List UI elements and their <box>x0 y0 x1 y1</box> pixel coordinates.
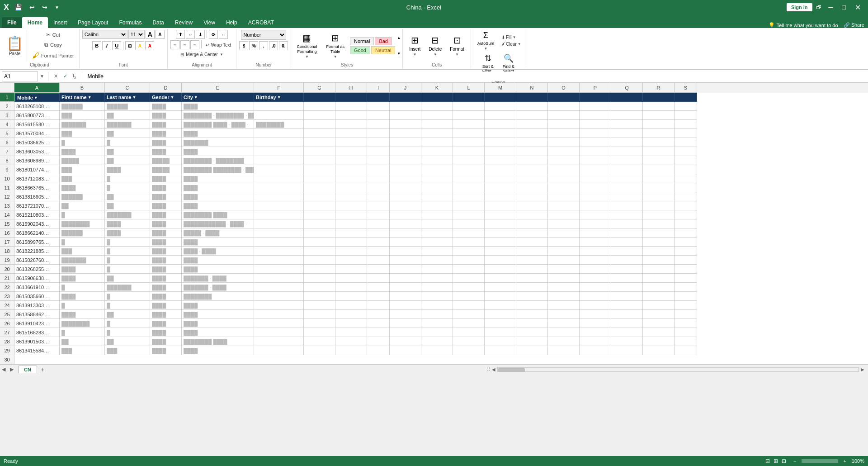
cell-12-J[interactable] <box>390 192 421 201</box>
cell-17-R[interactable] <box>643 238 675 247</box>
page-layout-view-button[interactable]: ⊞ <box>774 458 778 464</box>
cell-24-L[interactable] <box>453 301 485 310</box>
cell-29-N[interactable] <box>516 346 548 355</box>
cell-3-S[interactable] <box>675 111 697 120</box>
cell-25-R[interactable] <box>643 310 675 319</box>
cell-21-D[interactable]: ████ <box>150 274 182 283</box>
cancel-formula-button[interactable]: ✕ <box>54 73 58 79</box>
cell-16-M[interactable] <box>485 228 516 238</box>
cell-6-O[interactable] <box>548 138 580 147</box>
cell-24-M[interactable] <box>485 301 516 310</box>
col-header-N[interactable]: N <box>516 83 548 93</box>
cell-18-R[interactable] <box>643 247 675 256</box>
col-header-A[interactable]: A <box>14 83 60 93</box>
cell-2-A[interactable]: 8618265108… <box>14 102 60 111</box>
cell-15-G[interactable] <box>304 219 335 228</box>
cell-21-Q[interactable] <box>611 274 643 283</box>
tab-home[interactable]: Home <box>22 17 48 28</box>
cell-5-R[interactable] <box>643 129 675 138</box>
cell-6-E[interactable]: ███████ <box>182 138 254 147</box>
cell-24-C[interactable]: █ <box>105 301 150 310</box>
cell-1-F[interactable]: Birthday ▼ <box>254 93 304 102</box>
cell-8-E[interactable]: ████████ · ████████ <box>182 156 254 165</box>
cell-26-O[interactable] <box>548 319 580 328</box>
cell-17-N[interactable] <box>516 238 548 247</box>
row-number-22[interactable]: 22 <box>0 283 14 292</box>
cell-27-H[interactable] <box>335 328 367 337</box>
row-number-4[interactable]: 4 <box>0 120 14 129</box>
cell-17-A[interactable]: 8615899765… <box>14 238 60 247</box>
col-header-P[interactable]: P <box>580 83 611 93</box>
cell-21-C[interactable]: ██ <box>105 274 150 283</box>
cell-17-L[interactable] <box>453 238 485 247</box>
cell-19-M[interactable] <box>485 256 516 265</box>
cell-2-G[interactable] <box>304 102 335 111</box>
cell-12-C[interactable]: ██ <box>105 192 150 201</box>
cell-24-S[interactable] <box>675 301 697 310</box>
cell-28-M[interactable] <box>485 337 516 346</box>
row-number-6[interactable]: 6 <box>0 138 14 147</box>
row-number-12[interactable]: 12 <box>0 192 14 201</box>
cell-29-M[interactable] <box>485 346 516 355</box>
cell-11-E[interactable]: ████ <box>182 183 254 192</box>
zoom-in-button[interactable]: + <box>843 458 846 464</box>
tab-view[interactable]: View <box>198 17 221 28</box>
cell-5-H[interactable] <box>335 129 367 138</box>
cell-23-S[interactable] <box>675 292 697 301</box>
cell-20-L[interactable] <box>453 265 485 274</box>
cell-1-C[interactable]: Last name ▼ <box>105 93 150 102</box>
cell-22-J[interactable] <box>390 283 421 292</box>
cell-4-A[interactable]: 8615615580… <box>14 120 60 129</box>
cell-16-C[interactable]: ████ <box>105 228 150 238</box>
cell-1-P[interactable] <box>580 93 611 102</box>
cell-20-K[interactable] <box>421 265 453 274</box>
tab-insert[interactable]: Insert <box>48 17 72 28</box>
redo-icon[interactable]: ↪ <box>40 3 49 12</box>
cell-18-C[interactable]: █ <box>105 247 150 256</box>
cell-6-F[interactable] <box>254 138 304 147</box>
cell-18-A[interactable]: 8618221885… <box>14 247 60 256</box>
cell-8-P[interactable] <box>580 156 611 165</box>
cell-24-R[interactable] <box>643 301 675 310</box>
cell-5-J[interactable] <box>390 129 421 138</box>
cell-19-K[interactable] <box>421 256 453 265</box>
tab-help[interactable]: Help <box>221 17 243 28</box>
cell-23-I[interactable] <box>367 292 390 301</box>
cell-21-N[interactable] <box>516 274 548 283</box>
cell-1-M[interactable] <box>485 93 516 102</box>
cell-17-H[interactable] <box>335 238 367 247</box>
cell-16-O[interactable] <box>548 228 580 238</box>
cell-8-I[interactable] <box>367 156 390 165</box>
cell-15-H[interactable] <box>335 219 367 228</box>
cell-4-K[interactable] <box>421 120 453 129</box>
row-number-10[interactable]: 10 <box>0 174 14 183</box>
cell-15-S[interactable] <box>675 219 697 228</box>
cell-26-Q[interactable] <box>611 319 643 328</box>
cell-28-C[interactable]: ██ <box>105 337 150 346</box>
cell-13-N[interactable] <box>516 201 548 210</box>
cell-24-F[interactable] <box>254 301 304 310</box>
cell-15-C[interactable]: ████ <box>105 219 150 228</box>
cell-8-D[interactable]: █████ <box>150 156 182 165</box>
cell-24-A[interactable]: 8613913303… <box>14 301 60 310</box>
cell-16-L[interactable] <box>453 228 485 238</box>
cell-20-I[interactable] <box>367 265 390 274</box>
cell-29-A[interactable]: 8613415584… <box>14 346 60 355</box>
cell-10-S[interactable] <box>675 174 697 183</box>
maximize-button[interactable]: □ <box>839 2 849 13</box>
cell-16-N[interactable] <box>516 228 548 238</box>
cell-18-N[interactable] <box>516 247 548 256</box>
cell-2-R[interactable] <box>643 102 675 111</box>
cell-18-L[interactable] <box>453 247 485 256</box>
cell-14-D[interactable]: ████ <box>150 210 182 219</box>
wrap-text-button[interactable]: ↵ Wrap Text <box>203 40 234 49</box>
cell-28-S[interactable] <box>675 337 697 346</box>
cell-18-M[interactable] <box>485 247 516 256</box>
cell-25-L[interactable] <box>453 310 485 319</box>
cell-3-P[interactable] <box>580 111 611 120</box>
row-number-8[interactable]: 8 <box>0 156 14 165</box>
cell-8-K[interactable] <box>421 156 453 165</box>
cell-5-M[interactable] <box>485 129 516 138</box>
cell-10-D[interactable]: ████ <box>150 174 182 183</box>
cell-21-B[interactable]: ████ <box>60 274 105 283</box>
